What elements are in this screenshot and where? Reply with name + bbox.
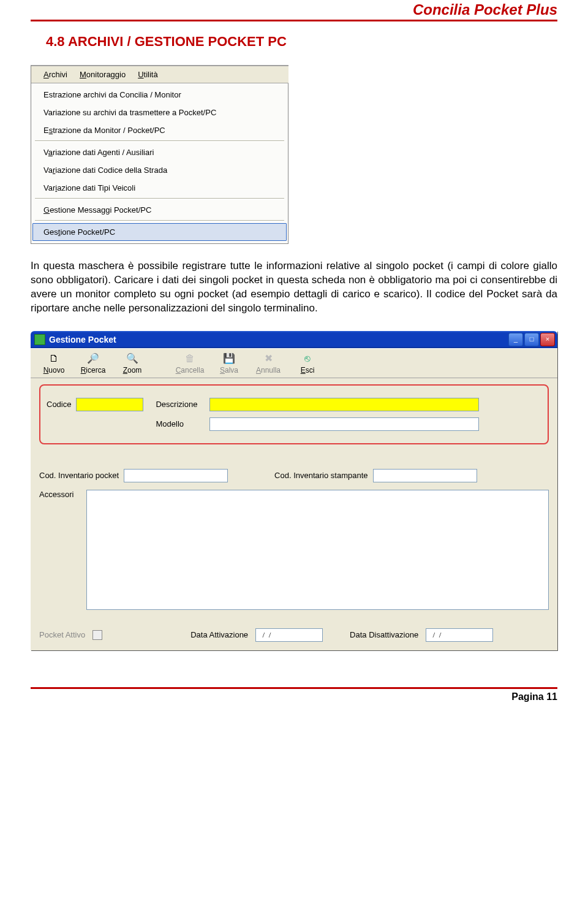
dd-gestione-pocket[interactable]: Gestione Pocket/PC bbox=[32, 223, 287, 241]
dd-estrazione-monitor[interactable]: Estrazione da Monitor / Pocket/PC bbox=[32, 121, 287, 139]
dropdown: Estrazione archivi da Concilia / Monitor… bbox=[31, 83, 288, 244]
close-button[interactable]: × bbox=[540, 333, 555, 346]
zoom-icon: 🔍 bbox=[126, 352, 139, 365]
search-icon: 🔎 bbox=[86, 352, 100, 365]
input-data-att[interactable] bbox=[255, 628, 323, 642]
lbl-codice: Codice bbox=[47, 400, 71, 409]
minimize-button[interactable]: _ bbox=[508, 333, 523, 346]
menu-screenshot: Archivi Monitoraggio Utilità Estrazione … bbox=[31, 65, 288, 244]
lbl-data-att: Data Attivazione bbox=[190, 630, 248, 639]
required-group: Codice Descrizione Modello bbox=[39, 384, 549, 444]
menu-monitoraggio[interactable]: Monitoraggio bbox=[80, 70, 126, 79]
lbl-descrizione: Descrizione bbox=[156, 400, 205, 409]
lbl-codinv-pocket: Cod. Inventario pocket bbox=[39, 471, 119, 480]
tb-esci[interactable]: ⎋ Esci bbox=[288, 351, 327, 376]
lbl-codinv-stamp: Cod. Inventario stampante bbox=[274, 471, 368, 480]
tb-cancella: 🗑 Cancella bbox=[170, 351, 209, 376]
input-data-dis[interactable] bbox=[426, 628, 493, 642]
dd-variazione-archivi[interactable]: Variazione su archivi da trasmettere a P… bbox=[32, 104, 287, 121]
lbl-pocket-attivo: Pocket Attivo bbox=[39, 630, 85, 639]
dd-separator bbox=[35, 198, 284, 200]
input-accessori[interactable] bbox=[86, 490, 549, 610]
tb-salva: 💾 Salva bbox=[209, 351, 249, 376]
toolbar: 🗋 Nuovo 🔎 Ricerca 🔍 Zoom 🗑 Cancella 💾 Sa… bbox=[31, 348, 557, 378]
tb-nuovo[interactable]: 🗋 Nuovo bbox=[34, 351, 74, 376]
input-modello[interactable] bbox=[209, 417, 479, 431]
dd-gestione-msg[interactable]: Gestione Messaggi Pocket/PC bbox=[32, 201, 287, 219]
input-codinv-stamp[interactable] bbox=[373, 469, 477, 482]
menu-archivi[interactable]: Archivi bbox=[43, 70, 67, 79]
save-icon: 💾 bbox=[222, 352, 236, 365]
tb-zoom[interactable]: 🔍 Zoom bbox=[113, 351, 152, 376]
page-footer: Pagina 11 bbox=[31, 687, 557, 702]
cancel-icon: ✖ bbox=[262, 352, 275, 365]
new-icon: 🗋 bbox=[47, 352, 61, 365]
titlebar: Gestione Pocket _ □ × bbox=[31, 331, 557, 348]
paragraph: In questa maschera è possibile registrar… bbox=[31, 259, 557, 316]
tb-ricerca[interactable]: 🔎 Ricerca bbox=[74, 351, 113, 376]
section-title: 4.8 ARCHIVI / GESTIONE POCKET PC bbox=[46, 34, 557, 50]
trash-icon: 🗑 bbox=[183, 352, 197, 365]
dd-var-agenti[interactable]: Variazione dati Agenti / Ausiliari bbox=[32, 143, 287, 161]
doc-header-title: Concilia Pocket Plus bbox=[31, 0, 557, 21]
dd-separator bbox=[35, 220, 284, 222]
dd-var-veicoli[interactable]: Variazione dati Tipi Veicoli bbox=[32, 179, 287, 197]
window-gestione-pocket: Gestione Pocket _ □ × 🗋 Nuovo 🔎 Ricerca … bbox=[31, 331, 557, 650]
lbl-data-dis: Data Disattivazione bbox=[350, 630, 418, 639]
dd-estrazione-concilia[interactable]: Estrazione archivi da Concilia / Monitor bbox=[32, 86, 287, 104]
menu-utilita[interactable]: Utilità bbox=[138, 70, 158, 79]
maximize-button[interactable]: □ bbox=[524, 333, 539, 346]
input-codice[interactable] bbox=[76, 398, 143, 411]
exit-icon: ⎋ bbox=[301, 352, 314, 365]
dd-var-cds[interactable]: Variazione dati Codice della Strada bbox=[32, 161, 287, 179]
chk-pocket-attivo bbox=[92, 630, 102, 640]
lbl-accessori: Accessori bbox=[39, 490, 81, 499]
input-descrizione[interactable] bbox=[209, 398, 479, 411]
tb-annulla: ✖ Annulla bbox=[249, 351, 288, 376]
menubar: Archivi Monitoraggio Utilità bbox=[31, 66, 288, 83]
lbl-modello: Modello bbox=[156, 419, 205, 428]
dd-separator bbox=[35, 140, 284, 142]
window-title: Gestione Pocket bbox=[49, 335, 116, 344]
app-icon bbox=[34, 334, 45, 345]
input-codinv-pocket[interactable] bbox=[124, 469, 228, 482]
